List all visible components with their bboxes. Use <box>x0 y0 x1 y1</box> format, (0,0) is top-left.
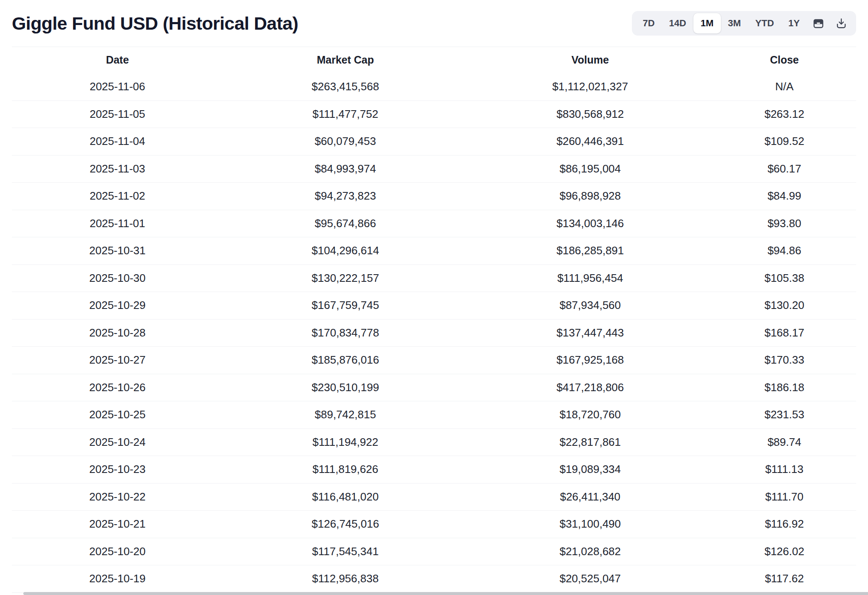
table-row: 2025-10-22$116,481,020$26,411,340$111.70 <box>12 483 856 511</box>
cell-volume: $1,112,021,327 <box>468 73 713 101</box>
cell-close: $263.12 <box>712 100 856 128</box>
cell-volume: $26,411,340 <box>468 483 713 511</box>
cell-close: $94.86 <box>712 237 856 265</box>
cell-date: 2025-10-24 <box>12 428 223 456</box>
cell-market-cap: $95,674,866 <box>223 210 468 237</box>
cell-market-cap: $84,993,974 <box>223 155 468 183</box>
download-icon <box>835 17 847 29</box>
historical-data-table: DateMarket CapVolumeClose 2025-11-06$263… <box>12 47 856 593</box>
table-row: 2025-11-01$95,674,866$134,003,146$93.80 <box>12 210 856 237</box>
cell-market-cap: $111,194,922 <box>223 428 468 456</box>
table-row: 2025-10-25$89,742,815$18,720,760$231.53 <box>12 401 856 429</box>
cell-date: 2025-11-05 <box>12 100 223 128</box>
cell-close: $60.17 <box>712 155 856 183</box>
cell-volume: $86,195,004 <box>468 155 713 183</box>
column-header-volume: Volume <box>468 47 713 73</box>
column-header-close: Close <box>712 47 856 73</box>
cell-date: 2025-10-28 <box>12 319 223 347</box>
table-row: 2025-10-24$111,194,922$22,817,861$89.74 <box>12 428 856 456</box>
cell-market-cap: $104,296,614 <box>223 237 468 265</box>
table-body: 2025-11-06$263,415,568$1,112,021,327N/A2… <box>12 73 856 593</box>
column-header-date: Date <box>12 47 223 73</box>
table-row: 2025-11-05$111,477,752$830,568,912$263.1… <box>12 100 856 128</box>
table-row: 2025-10-21$126,745,016$31,100,490$116.92 <box>12 511 856 538</box>
range-button-1m[interactable]: 1M <box>693 13 721 33</box>
cell-market-cap: $167,759,745 <box>223 292 468 320</box>
cell-date: 2025-10-20 <box>12 538 223 565</box>
cell-volume: $260,446,391 <box>468 128 713 156</box>
cell-date: 2025-10-27 <box>12 347 223 374</box>
cell-date: 2025-10-21 <box>12 511 223 538</box>
table-row: 2025-10-20$117,545,341$21,028,682$126.02 <box>12 538 856 565</box>
cell-close: $117.62 <box>712 565 856 593</box>
cell-close: $111.70 <box>712 483 856 511</box>
cell-close: $105.38 <box>712 264 856 292</box>
page-title: Giggle Fund USD (Historical Data) <box>12 13 298 34</box>
download-button[interactable] <box>830 13 853 33</box>
cell-volume: $19,089,334 <box>468 456 713 484</box>
table-row: 2025-10-27$185,876,016$167,925,168$170.3… <box>12 347 856 374</box>
range-buttons: 7D14D1M3MYTD1Y <box>635 13 807 33</box>
cell-volume: $134,003,146 <box>468 210 713 237</box>
cell-date: 2025-11-06 <box>12 73 223 101</box>
cell-market-cap: $89,742,815 <box>223 401 468 429</box>
cell-close: $89.74 <box>712 428 856 456</box>
horizontal-scrollbar[interactable] <box>23 592 868 595</box>
table-row: 2025-10-28$170,834,778$137,447,443$168.1… <box>12 319 856 347</box>
cell-volume: $87,934,560 <box>468 292 713 320</box>
cell-date: 2025-11-03 <box>12 155 223 183</box>
table-row: 2025-11-04$60,079,453$260,446,391$109.52 <box>12 128 856 156</box>
table-row: 2025-10-31$104,296,614$186,285,891$94.86 <box>12 237 856 265</box>
cell-close: N/A <box>712 73 856 101</box>
cell-close: $170.33 <box>712 347 856 374</box>
cell-market-cap: $112,956,838 <box>223 565 468 593</box>
cell-date: 2025-10-22 <box>12 483 223 511</box>
cell-date: 2025-10-26 <box>12 374 223 401</box>
cell-volume: $186,285,891 <box>468 237 713 265</box>
cell-market-cap: $94,273,823 <box>223 183 468 210</box>
cell-volume: $21,028,682 <box>468 538 713 565</box>
cell-date: 2025-10-25 <box>12 401 223 429</box>
cell-date: 2025-11-04 <box>12 128 223 156</box>
cell-market-cap: $60,079,453 <box>223 128 468 156</box>
cell-volume: $96,898,928 <box>468 183 713 210</box>
cell-close: $231.53 <box>712 401 856 429</box>
cell-close: $186.18 <box>712 374 856 401</box>
cell-close: $93.80 <box>712 210 856 237</box>
cell-volume: $137,447,443 <box>468 319 713 347</box>
page-header: Giggle Fund USD (Historical Data) 7D14D1… <box>0 0 868 47</box>
cell-date: 2025-10-30 <box>12 264 223 292</box>
time-range-selector: 7D14D1M3MYTD1Y <box>632 11 856 36</box>
calendar-icon <box>812 17 824 29</box>
cell-volume: $167,925,168 <box>468 347 713 374</box>
table-row: 2025-11-02$94,273,823$96,898,928$84.99 <box>12 183 856 210</box>
table-row: 2025-10-23$111,819,626$19,089,334$111.13 <box>12 456 856 484</box>
cell-close: $109.52 <box>712 128 856 156</box>
table-row: 2025-11-03$84,993,974$86,195,004$60.17 <box>12 155 856 183</box>
cell-market-cap: $230,510,199 <box>223 374 468 401</box>
cell-market-cap: $185,876,016 <box>223 347 468 374</box>
table-row: 2025-10-26$230,510,199$417,218,806$186.1… <box>12 374 856 401</box>
cell-close: $168.17 <box>712 319 856 347</box>
cell-volume: $417,218,806 <box>468 374 713 401</box>
historical-data-table-wrap: DateMarket CapVolumeClose 2025-11-06$263… <box>12 47 856 593</box>
cell-market-cap: $170,834,778 <box>223 319 468 347</box>
cell-date: 2025-10-19 <box>12 565 223 593</box>
cell-volume: $111,956,454 <box>468 264 713 292</box>
cell-close: $130.20 <box>712 292 856 320</box>
cell-market-cap: $111,819,626 <box>223 456 468 484</box>
range-button-1y[interactable]: 1Y <box>781 13 807 33</box>
range-button-ytd[interactable]: YTD <box>748 13 781 33</box>
range-button-7d[interactable]: 7D <box>635 13 662 33</box>
table-row: 2025-10-30$130,222,157$111,956,454$105.3… <box>12 264 856 292</box>
cell-close: $126.02 <box>712 538 856 565</box>
cell-volume: $18,720,760 <box>468 401 713 429</box>
range-button-3m[interactable]: 3M <box>721 13 748 33</box>
range-button-14d[interactable]: 14D <box>662 13 693 33</box>
cell-market-cap: $117,545,341 <box>223 538 468 565</box>
calendar-button[interactable] <box>807 13 830 33</box>
cell-close: $84.99 <box>712 183 856 210</box>
cell-volume: $31,100,490 <box>468 511 713 538</box>
cell-market-cap: $111,477,752 <box>223 100 468 128</box>
table-row: 2025-10-19$112,956,838$20,525,047$117.62 <box>12 565 856 593</box>
